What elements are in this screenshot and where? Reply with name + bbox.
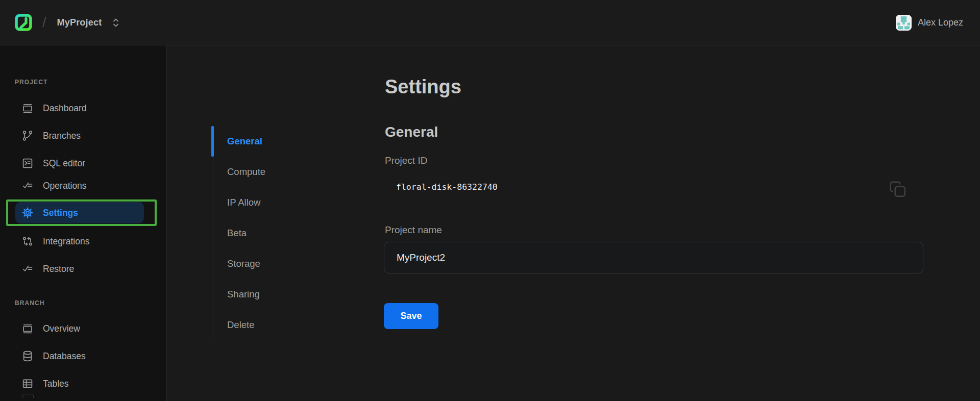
integrations-icon	[21, 235, 34, 247]
sidebar-section-project: PROJECT	[15, 78, 47, 86]
sidebar-item-sql-editor[interactable]: SQL editor	[0, 152, 153, 174]
sidebar-item-label: Tables	[43, 379, 69, 389]
subnav-label: Beta	[227, 228, 247, 239]
sidebar-item-label: Settings	[43, 208, 78, 218]
settings-subnav: General Compute IP Allow Beta Storage Sh…	[213, 126, 330, 340]
sidebar-item-label: SQL editor	[43, 158, 85, 169]
database-icon	[21, 350, 34, 362]
topbar: / MyProject Alex Lopez	[0, 0, 980, 45]
sidebar-item-dashboard[interactable]: Dashboard	[0, 97, 153, 119]
neon-logo-icon[interactable]	[14, 13, 33, 32]
subnav-item-ip-allow[interactable]: IP Allow	[213, 187, 330, 218]
subnav-label: Storage	[227, 258, 260, 269]
restore-icon	[21, 263, 34, 275]
copy-project-id-button[interactable]	[888, 180, 908, 199]
sidebar-item-operations[interactable]: Operations	[0, 174, 153, 197]
window-icon	[21, 322, 34, 335]
project-id-value: floral-disk-86322740	[396, 181, 498, 194]
subnav-item-compute[interactable]: Compute	[213, 157, 330, 187]
sidebar-section-branch: BRANCH	[15, 299, 45, 307]
gear-icon	[21, 207, 34, 219]
subnav-item-beta[interactable]: Beta	[213, 218, 330, 248]
page-title: Settings	[385, 75, 461, 98]
subnav-label: Delete	[227, 319, 254, 331]
subnav-label: Compute	[227, 166, 265, 178]
sidebar-item-overview[interactable]: Overview	[0, 317, 153, 340]
sidebar-item-settings[interactable]: Settings	[15, 202, 144, 223]
save-button[interactable]: Save	[384, 303, 438, 329]
project-id-label: Project ID	[385, 154, 427, 167]
sidebar-item-label: Overview	[43, 323, 80, 334]
section-heading: General	[385, 123, 438, 141]
project-switcher-chevrons-icon[interactable]	[112, 17, 120, 29]
user-name: Alex Lopez	[918, 17, 963, 28]
git-branch-icon	[21, 130, 34, 142]
sidebar-item-label: Databases	[43, 351, 86, 362]
subnav-label: IP Allow	[227, 197, 260, 208]
project-name-label: Project name	[385, 223, 442, 237]
sidebar-item-restore[interactable]: Restore	[0, 258, 153, 280]
subnav-item-delete[interactable]: Delete	[213, 310, 330, 340]
subnav-item-general[interactable]: General	[213, 126, 330, 157]
table-icon	[21, 378, 34, 390]
sidebar-item-label: Integrations	[43, 236, 89, 247]
sidebar-item-label: Branches	[43, 131, 81, 141]
breadcrumb-separator: /	[42, 15, 46, 31]
breadcrumb-project-name[interactable]: MyProject	[57, 17, 102, 28]
project-name-input[interactable]	[384, 242, 923, 273]
sidebar-item-label: Dashboard	[43, 103, 87, 114]
sidebar-item-label: Operations	[43, 181, 87, 191]
sidebar-item-label: Restore	[43, 264, 74, 274]
subnav-item-sharing[interactable]: Sharing	[213, 279, 330, 310]
sidebar-item-integrations[interactable]: Integrations	[0, 230, 153, 253]
sidebar-item-branches[interactable]: Branches	[0, 124, 153, 147]
subnav-label: Sharing	[227, 289, 260, 300]
sidebar-item-databases[interactable]: Databases	[0, 345, 153, 367]
dashboard-icon	[21, 102, 34, 114]
partial-next-item-icon	[22, 394, 34, 398]
settings-page: General Compute IP Allow Beta Storage Sh…	[167, 45, 980, 401]
avatar	[896, 15, 912, 31]
subnav-label: General	[227, 136, 262, 147]
sidebar: PROJECT Dashboard Branches SQL editor	[0, 45, 167, 401]
copy-icon	[888, 180, 908, 199]
subnav-item-storage[interactable]: Storage	[213, 248, 330, 279]
sidebar-item-tables[interactable]: Tables	[0, 372, 153, 395]
terminal-icon	[21, 157, 34, 169]
user-menu[interactable]: Alex Lopez	[896, 15, 963, 31]
checklist-icon	[21, 180, 34, 192]
active-tab-indicator	[211, 126, 214, 157]
